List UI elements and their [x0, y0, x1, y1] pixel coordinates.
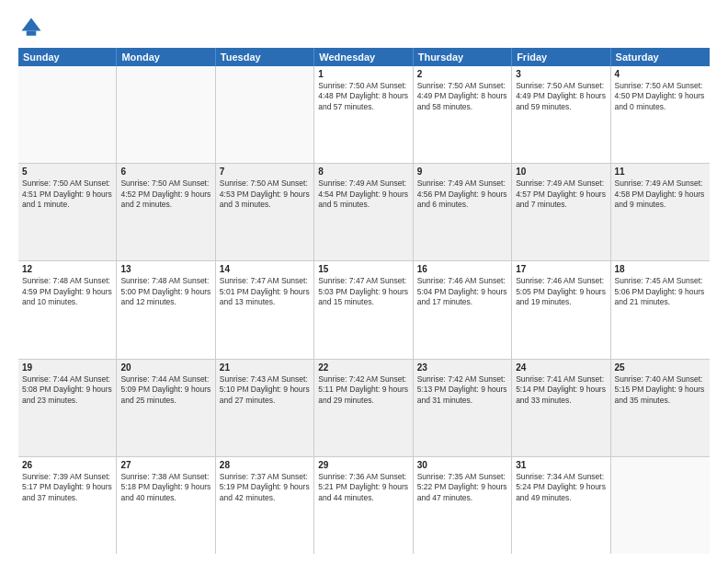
day-number: 25: [615, 362, 706, 373]
day-number: 8: [318, 167, 408, 177]
cell-text: Sunrise: 7:34 AM Sunset: 5:24 PM Dayligh…: [516, 472, 606, 503]
day-cell-27: 27Sunrise: 7:38 AM Sunset: 5:18 PM Dayli…: [117, 457, 215, 554]
day-number: 28: [220, 460, 310, 470]
logo: [18, 15, 48, 40]
day-cell-22: 22Sunrise: 7:42 AM Sunset: 5:11 PM Dayli…: [314, 360, 413, 456]
calendar-row-0: 1Sunrise: 7:50 AM Sunset: 4:48 PM Daylig…: [18, 66, 710, 164]
day-number: 27: [120, 460, 210, 470]
day-cell-26: 26Sunrise: 7:39 AM Sunset: 5:17 PM Dayli…: [18, 457, 117, 554]
day-number: 22: [318, 362, 408, 373]
day-number: 11: [615, 167, 706, 177]
day-number: 15: [318, 264, 408, 274]
day-number: 3: [516, 69, 606, 79]
cell-text: Sunrise: 7:46 AM Sunset: 5:04 PM Dayligh…: [417, 276, 507, 307]
cell-text: Sunrise: 7:36 AM Sunset: 5:21 PM Dayligh…: [318, 472, 408, 503]
day-cell-16: 16Sunrise: 7:46 AM Sunset: 5:04 PM Dayli…: [414, 261, 512, 358]
calendar-row-3: 19Sunrise: 7:44 AM Sunset: 5:08 PM Dayli…: [18, 360, 710, 457]
calendar-row-2: 12Sunrise: 7:48 AM Sunset: 4:59 PM Dayli…: [18, 261, 710, 359]
cell-text: Sunrise: 7:35 AM Sunset: 5:22 PM Dayligh…: [417, 472, 507, 503]
cell-text: Sunrise: 7:49 AM Sunset: 4:56 PM Dayligh…: [417, 178, 507, 210]
svg-marker-0: [22, 18, 41, 31]
cell-text: Sunrise: 7:49 AM Sunset: 4:57 PM Dayligh…: [516, 178, 606, 210]
cell-text: Sunrise: 7:47 AM Sunset: 5:03 PM Dayligh…: [318, 276, 408, 307]
cell-text: Sunrise: 7:41 AM Sunset: 5:14 PM Dayligh…: [516, 374, 606, 406]
cell-text: Sunrise: 7:44 AM Sunset: 5:08 PM Dayligh…: [22, 374, 112, 406]
header-day-wednesday: Wednesday: [314, 48, 413, 66]
day-cell-6: 6Sunrise: 7:50 AM Sunset: 4:52 PM Daylig…: [117, 164, 215, 260]
day-number: 13: [120, 264, 210, 274]
header-day-thursday: Thursday: [414, 48, 512, 66]
day-number: 21: [220, 362, 310, 373]
cell-text: Sunrise: 7:45 AM Sunset: 5:06 PM Dayligh…: [615, 276, 706, 307]
header-day-sunday: Sunday: [18, 48, 117, 66]
svg-rect-1: [27, 31, 37, 36]
header: [18, 15, 710, 40]
cell-text: Sunrise: 7:49 AM Sunset: 4:54 PM Dayligh…: [318, 178, 408, 210]
day-cell-23: 23Sunrise: 7:42 AM Sunset: 5:13 PM Dayli…: [414, 360, 512, 456]
day-cell-24: 24Sunrise: 7:41 AM Sunset: 5:14 PM Dayli…: [512, 360, 610, 456]
day-number: 19: [22, 362, 112, 373]
day-number: 10: [516, 167, 606, 177]
day-cell-20: 20Sunrise: 7:44 AM Sunset: 5:09 PM Dayli…: [117, 360, 215, 456]
empty-cell-0-0: [18, 66, 117, 163]
logo-icon: [18, 15, 44, 40]
day-number: 16: [417, 264, 507, 274]
day-number: 26: [22, 460, 112, 470]
cell-text: Sunrise: 7:42 AM Sunset: 5:13 PM Dayligh…: [417, 374, 507, 406]
page: SundayMondayTuesdayWednesdayThursdayFrid…: [0, 0, 728, 563]
header-day-friday: Friday: [512, 48, 610, 66]
day-cell-19: 19Sunrise: 7:44 AM Sunset: 5:08 PM Dayli…: [18, 360, 117, 456]
cell-text: Sunrise: 7:50 AM Sunset: 4:49 PM Dayligh…: [417, 81, 507, 112]
header-day-monday: Monday: [117, 48, 215, 66]
day-number: 30: [417, 460, 507, 470]
day-number: 2: [417, 69, 507, 79]
day-number: 9: [417, 167, 507, 177]
day-number: 5: [22, 167, 112, 177]
header-day-tuesday: Tuesday: [216, 48, 314, 66]
empty-cell-4-6: [611, 457, 710, 554]
calendar-body: 1Sunrise: 7:50 AM Sunset: 4:48 PM Daylig…: [18, 66, 710, 554]
cell-text: Sunrise: 7:47 AM Sunset: 5:01 PM Dayligh…: [220, 276, 310, 307]
cell-text: Sunrise: 7:37 AM Sunset: 5:19 PM Dayligh…: [220, 472, 310, 503]
day-cell-14: 14Sunrise: 7:47 AM Sunset: 5:01 PM Dayli…: [216, 261, 314, 358]
day-cell-3: 3Sunrise: 7:50 AM Sunset: 4:49 PM Daylig…: [512, 66, 610, 163]
day-cell-25: 25Sunrise: 7:40 AM Sunset: 5:15 PM Dayli…: [611, 360, 710, 456]
day-number: 24: [516, 362, 606, 373]
day-cell-13: 13Sunrise: 7:48 AM Sunset: 5:00 PM Dayli…: [117, 261, 215, 358]
day-number: 6: [120, 167, 210, 177]
calendar-header: SundayMondayTuesdayWednesdayThursdayFrid…: [18, 48, 710, 66]
day-number: 29: [318, 460, 408, 470]
cell-text: Sunrise: 7:38 AM Sunset: 5:18 PM Dayligh…: [120, 472, 210, 503]
day-number: 20: [120, 362, 210, 373]
cell-text: Sunrise: 7:44 AM Sunset: 5:09 PM Dayligh…: [120, 374, 210, 406]
cell-text: Sunrise: 7:50 AM Sunset: 4:48 PM Dayligh…: [318, 81, 408, 112]
cell-text: Sunrise: 7:39 AM Sunset: 5:17 PM Dayligh…: [22, 472, 112, 503]
day-cell-21: 21Sunrise: 7:43 AM Sunset: 5:10 PM Dayli…: [216, 360, 314, 456]
calendar-row-4: 26Sunrise: 7:39 AM Sunset: 5:17 PM Dayli…: [18, 457, 710, 554]
day-cell-15: 15Sunrise: 7:47 AM Sunset: 5:03 PM Dayli…: [314, 261, 413, 358]
day-cell-11: 11Sunrise: 7:49 AM Sunset: 4:58 PM Dayli…: [611, 164, 710, 260]
cell-text: Sunrise: 7:43 AM Sunset: 5:10 PM Dayligh…: [220, 374, 310, 406]
day-number: 1: [318, 69, 408, 79]
day-cell-7: 7Sunrise: 7:50 AM Sunset: 4:53 PM Daylig…: [216, 164, 314, 260]
cell-text: Sunrise: 7:50 AM Sunset: 4:51 PM Dayligh…: [22, 178, 112, 210]
day-cell-17: 17Sunrise: 7:46 AM Sunset: 5:05 PM Dayli…: [512, 261, 610, 358]
cell-text: Sunrise: 7:50 AM Sunset: 4:52 PM Dayligh…: [120, 178, 210, 210]
empty-cell-0-2: [216, 66, 314, 163]
calendar-row-1: 5Sunrise: 7:50 AM Sunset: 4:51 PM Daylig…: [18, 164, 710, 261]
day-number: 12: [22, 264, 112, 274]
day-number: 23: [417, 362, 507, 373]
day-cell-10: 10Sunrise: 7:49 AM Sunset: 4:57 PM Dayli…: [512, 164, 610, 260]
cell-text: Sunrise: 7:50 AM Sunset: 4:49 PM Dayligh…: [516, 81, 606, 112]
day-cell-31: 31Sunrise: 7:34 AM Sunset: 5:24 PM Dayli…: [512, 457, 610, 554]
day-cell-4: 4Sunrise: 7:50 AM Sunset: 4:50 PM Daylig…: [611, 66, 710, 163]
cell-text: Sunrise: 7:40 AM Sunset: 5:15 PM Dayligh…: [615, 374, 706, 406]
cell-text: Sunrise: 7:49 AM Sunset: 4:58 PM Dayligh…: [615, 178, 706, 210]
cell-text: Sunrise: 7:50 AM Sunset: 4:53 PM Dayligh…: [220, 178, 310, 210]
cell-text: Sunrise: 7:50 AM Sunset: 4:50 PM Dayligh…: [615, 81, 706, 112]
day-cell-28: 28Sunrise: 7:37 AM Sunset: 5:19 PM Dayli…: [216, 457, 314, 554]
cell-text: Sunrise: 7:42 AM Sunset: 5:11 PM Dayligh…: [318, 374, 408, 406]
calendar: SundayMondayTuesdayWednesdayThursdayFrid…: [18, 48, 710, 554]
day-number: 18: [615, 264, 706, 274]
day-cell-18: 18Sunrise: 7:45 AM Sunset: 5:06 PM Dayli…: [611, 261, 710, 358]
